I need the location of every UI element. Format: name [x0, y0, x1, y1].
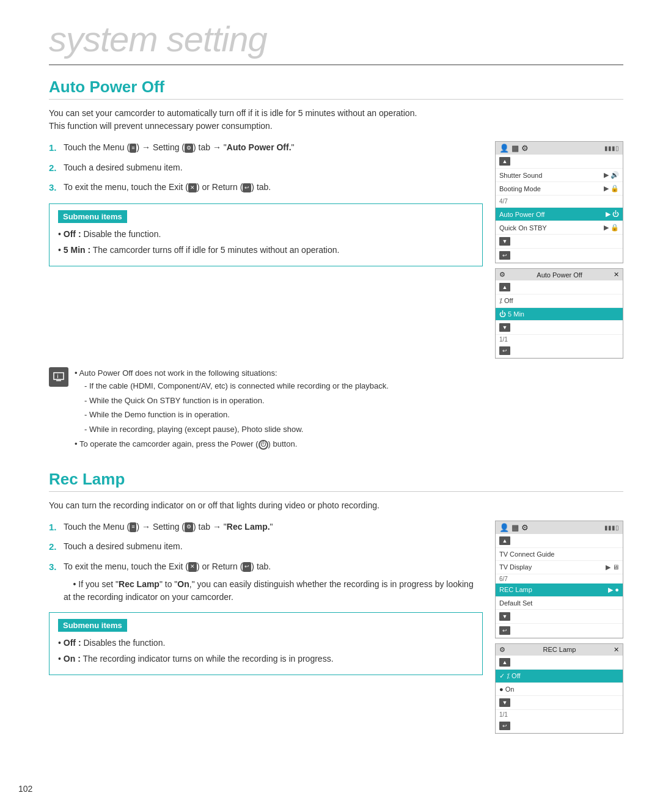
rec-sub-nav-down-btn: ▼	[499, 698, 510, 707]
panel-header-icons: 👤 ▦ ⚙	[499, 144, 529, 153]
auto-power-off-sub-panel: ⚙ Auto Power Off ✕ ▲ ⁒ Off ⏻ 5 Min ▼ 1/1	[495, 268, 623, 359]
panel-row-nav-up: ▲	[496, 155, 623, 169]
step-3-text: To exit the menu, touch the Exit (✕) or …	[64, 181, 483, 194]
auto-power-off-steps-left: 1. Touch the Menu (≡) → Setting (⚙) tab …	[49, 141, 483, 359]
panel-row-back-1: ↩	[496, 249, 623, 263]
sub-panel-icon: ⚙	[499, 271, 505, 279]
rec-sub-title: REC Lamp	[543, 646, 576, 653]
panel-icon-person: 👤	[499, 144, 509, 153]
rec-ui-panel-header: 👤 ▦ ⚙ ▮▮▮▯	[496, 521, 623, 534]
note-sub-list: If the cable (HDMI, Component/AV, etc) i…	[75, 380, 389, 436]
submenu-title-1: Submenu items	[58, 210, 127, 223]
sub-back-1: ↩	[496, 344, 623, 358]
rec-sub-nav-up-btn: ▲	[499, 658, 510, 667]
rec-sub-icon: ⚙	[499, 646, 505, 654]
panel-row-tv-display: TV Display ▶ 🖥	[496, 561, 623, 574]
sub-counter-1: 1/1	[496, 335, 623, 344]
rec-back-btn: ↩	[499, 626, 510, 635]
rec-submenu-on: • On : The recording indicator turns on …	[58, 653, 474, 665]
rec-step-3-number: 3.	[49, 560, 64, 574]
rec-lamp-ui-panel: 👤 ▦ ⚙ ▮▮▮▯ ▲ TV Connect Guide TV Display…	[495, 521, 623, 638]
panel-row-nav-down: ▼	[496, 235, 623, 249]
panel-row-tv-connect: TV Connect Guide	[496, 548, 623, 561]
panel-counter-1: 4/7	[496, 196, 623, 208]
rec-step-1-text: Touch the Menu (≡) → Setting (⚙) tab → "…	[64, 521, 483, 533]
rec-sub-row-on: ● On	[496, 683, 623, 696]
rec-panel-icon-person: 👤	[499, 523, 509, 532]
note-icon	[49, 367, 68, 387]
sub-row-5min: ⏻ 5 Min	[496, 308, 623, 321]
step-1-text: Touch the Menu (≡) → Setting (⚙) tab → "…	[64, 141, 483, 154]
note-item-2: • To operate the camcorder again, press …	[75, 438, 389, 451]
rec-on-label: On	[177, 579, 189, 589]
rec-panel-back: ↩	[496, 624, 623, 638]
rec-step-3: 3. To exit the menu, touch the Exit (✕) …	[49, 560, 483, 604]
rec-lamp-divider	[49, 491, 623, 492]
exit-icon: ✕	[188, 183, 197, 193]
quick-action: ▶ 🔒	[604, 224, 619, 232]
auto-power-off-steps-container: 1. Touch the Menu (≡) → Setting (⚙) tab …	[49, 141, 623, 359]
note-svg	[53, 371, 65, 383]
rec-panel-icon-settings: ⚙	[521, 523, 529, 532]
rec-lamp-steps-left: 1. Touch the Menu (≡) → Setting (⚙) tab …	[49, 521, 483, 734]
submenu-title-2: Submenu items	[58, 619, 127, 632]
rec-nav-down-btn: ▼	[499, 612, 510, 621]
rec-counter-panel: 6/7	[496, 574, 623, 583]
rec-sub-back: ↩	[496, 719, 623, 733]
rec-step-1-bold: Rec Lamp.	[227, 522, 270, 532]
nav-down-btn: ▼	[499, 237, 510, 246]
auto-power-off-ui-panel: 👤 ▦ ⚙ ▮▮▮▯ ▲ Shutter Sound ▶ 🔊 Booting M…	[495, 141, 623, 263]
rec-exit-icon: ✕	[188, 562, 197, 572]
menu-icon: ≡	[130, 144, 136, 153]
rec-lamp-row-action: ▶ ●	[608, 586, 619, 594]
step-2: 2. Touch a desired submenu item.	[49, 161, 483, 175]
step-2-text: Touch a desired submenu item.	[64, 161, 483, 174]
rec-lamp-label: Rec Lamp	[119, 579, 160, 589]
section-divider	[49, 99, 623, 100]
rec-lamp-row-label: REC Lamp	[499, 586, 532, 593]
sub-panel-title: Auto Power Off	[537, 271, 582, 279]
auto-power-off-panels: 👤 ▦ ⚙ ▮▮▮▯ ▲ Shutter Sound ▶ 🔊 Booting M…	[495, 141, 623, 359]
rec-step-3-text: To exit the menu, touch the Exit (✕) or …	[64, 561, 271, 571]
main-title: system setting	[49, 18, 623, 65]
sub-panel-header: ⚙ Auto Power Off ✕	[496, 269, 623, 280]
auto-power-off-intro: You can set your camcorder to automatica…	[49, 107, 623, 133]
booting-label: Booting Mode	[499, 185, 541, 192]
panel-row-rec-lamp: REC Lamp ▶ ●	[496, 583, 623, 597]
tv-display-label: TV Display	[499, 563, 532, 571]
auto-power-label: Auto Power Off	[499, 211, 544, 218]
panel-row-shutter: Shutter Sound ▶ 🔊	[496, 169, 623, 182]
note-content: • Auto Power Off does not work in the fo…	[75, 367, 389, 453]
rec-submenu-off: • Off : Disables the function.	[58, 637, 474, 649]
rec-step-1: 1. Touch the Menu (≡) → Setting (⚙) tab …	[49, 521, 483, 535]
ui-panel-header: 👤 ▦ ⚙ ▮▮▮▯	[496, 142, 623, 155]
rec-step-3-bullet: • If you set "Rec Lamp" to "On," you can…	[64, 578, 483, 604]
rec-panel-icons: 👤 ▦ ⚙	[499, 523, 529, 532]
auto-power-action: ▶ ⏻	[606, 210, 619, 218]
auto-power-off-submenu-box: Submenu items • Off : Disable the functi…	[49, 203, 483, 266]
panel-icon-menu: ▦	[512, 144, 519, 153]
rec-sub-nav-down: ▼	[496, 696, 623, 710]
rec-panel-nav-down: ▼	[496, 610, 623, 624]
sub-nav-up-btn: ▲	[499, 283, 510, 291]
rec-step-2-text: Touch a desired submenu item.	[64, 540, 483, 553]
sub-nav-down-btn: ▼	[499, 323, 510, 332]
auto-power-off-section: Auto Power Off You can set your camcorde…	[49, 78, 623, 453]
sub-off-label: ⁒ Off	[499, 297, 513, 305]
note-sub-4: While in recording, playing (except paus…	[84, 423, 389, 436]
page-number: 102	[18, 784, 32, 794]
rec-sub-panel-header: ⚙ REC Lamp ✕	[496, 644, 623, 656]
rec-step-2-number: 2.	[49, 540, 64, 554]
step-1: 1. Touch the Menu (≡) → Setting (⚙) tab …	[49, 141, 483, 155]
auto-power-off-note: • Auto Power Off does not work in the fo…	[49, 367, 623, 453]
rec-sub-close: ✕	[614, 646, 619, 654]
tv-display-action: ▶ 🖥	[606, 563, 619, 571]
panel-row-quick: Quick On STBY ▶ 🔒	[496, 221, 623, 235]
settings-icon: ⚙	[185, 144, 193, 153]
panel-battery: ▮▮▮▯	[604, 145, 619, 152]
rec-sub-back-btn: ↩	[499, 722, 510, 730]
sub-row-off: ⁒ Off	[496, 294, 623, 308]
rec-settings-icon: ⚙	[185, 522, 193, 532]
step-1-number: 1.	[49, 141, 64, 155]
rec-panel-icon-menu: ▦	[512, 523, 519, 532]
